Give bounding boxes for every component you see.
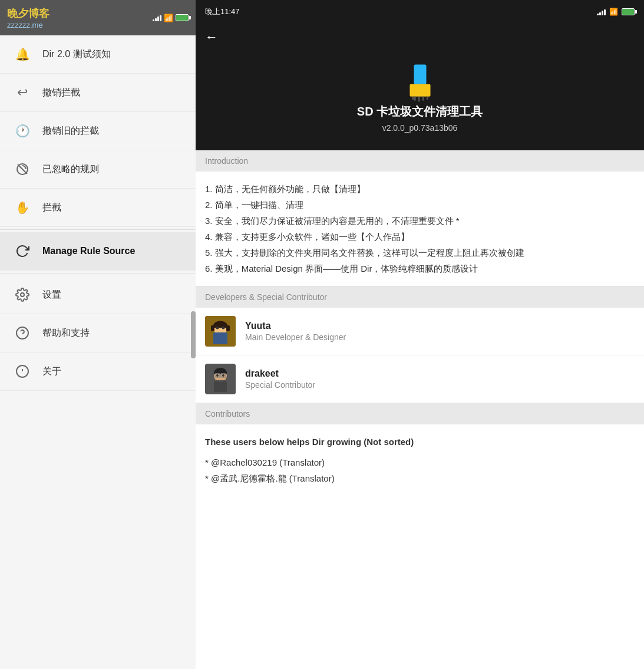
ignored-rules-icon (14, 161, 31, 177)
drag-handle[interactable] (191, 311, 196, 358)
divider-1 (0, 229, 196, 230)
app-version: v2.0.0_p0.73a13b06 (382, 123, 458, 133)
signal-bar-r2 (599, 12, 601, 15)
signal-bars-left (153, 14, 161, 21)
back-button[interactable]: ← (205, 29, 218, 45)
undo-block-icon: ↩ (14, 84, 31, 101)
content-area[interactable]: Introduction 1. 简洁，无任何额外功能，只做【清理】 2. 简单，… (196, 150, 644, 669)
contributor-mengwu: * @孟武.尼德霍格.龍 (Translator) (205, 470, 635, 486)
menu-item-block-label: 拦截 (42, 202, 61, 214)
svg-rect-24 (214, 381, 227, 392)
menu-item-undo-block-label: 撤销拦截 (42, 87, 80, 99)
menu-item-block[interactable]: ✋ 拦截 (0, 189, 196, 227)
svg-rect-9 (409, 84, 430, 97)
intro-line-1: 1. 简洁，无任何额外功能，只做【清理】 (205, 181, 635, 197)
svg-rect-17 (213, 332, 227, 344)
status-icons-right: 📶 (597, 8, 635, 16)
signal-bars-right (597, 8, 606, 15)
status-bar-left: 📶 (153, 14, 189, 22)
svg-point-26 (222, 374, 224, 377)
contributors-title: These users below helps Dir growing (Not… (205, 434, 635, 450)
signal-bar-r4 (604, 9, 606, 15)
svg-point-25 (216, 374, 219, 377)
drakeet-role: Special Contributor (245, 380, 315, 390)
notification-icon: 🔔 (14, 46, 31, 62)
menu-item-help-label: 帮助和支持 (42, 327, 90, 340)
signal-bar-r1 (597, 14, 599, 15)
drakeet-avatar-img (205, 364, 236, 394)
intro-line-3: 3. 安全，我们尽力保证被清理的内容是无用的，不清理重要文件 * (205, 213, 635, 229)
avatar-drakeet (205, 364, 236, 394)
yuuta-avatar-img (205, 316, 236, 347)
yuuta-info: Yuuta Main Developer & Designer (245, 321, 346, 342)
avatar-yuuta (205, 316, 236, 347)
intro-line-2: 2. 简单，一键扫描、清理 (205, 197, 635, 213)
menu-item-settings[interactable]: 设置 (0, 276, 196, 314)
menu-item-notification-label: Dir 2.0 测试须知 (42, 48, 111, 61)
menu-item-ignored-label: 已忽略的规则 (42, 163, 99, 176)
contributor-item-yuuta: Yuuta Main Developer & Designer (196, 308, 644, 355)
menu-item-about[interactable]: 关于 (0, 352, 196, 391)
svg-point-2 (21, 293, 24, 296)
app-name: SD 卡垃圾文件清理工具 (357, 104, 483, 120)
menu-item-undo-old[interactable]: 🕐 撤销旧的拦截 (0, 112, 196, 150)
intro-section-header: Introduction (196, 150, 644, 172)
intro-line-6: 6. 美观，Material Design 界面——使用 Dir，体验纯粹细腻的… (205, 261, 635, 276)
yuuta-role: Main Developer & Designer (245, 332, 346, 342)
manage-rule-icon (14, 243, 31, 259)
app-icon (399, 62, 441, 104)
signal-bar-r3 (602, 11, 603, 15)
menu-item-undo-old-label: 撤销旧的拦截 (42, 125, 99, 137)
svg-point-20 (216, 327, 219, 329)
blog-url: zzzzzz.me (7, 21, 49, 29)
contributors-section-header: Contributors (196, 403, 644, 424)
svg-point-21 (222, 327, 225, 329)
svg-rect-8 (414, 65, 426, 84)
signal-bar-1 (153, 19, 154, 21)
about-icon (14, 363, 31, 380)
menu-item-notification[interactable]: 🔔 Dir 2.0 测试须知 (0, 35, 196, 74)
menu-item-about-label: 关于 (42, 365, 61, 378)
battery-icon-left (176, 14, 189, 21)
status-time: 晚上11:47 (205, 6, 240, 17)
menu-item-manage-rule-label: Manage Rule Source (42, 246, 135, 256)
signal-bar-4 (160, 15, 161, 21)
right-panel: 晚上11:47 📶 ← S (196, 0, 644, 669)
signal-bar-3 (157, 17, 159, 21)
settings-icon (14, 286, 31, 303)
menu-item-help[interactable]: 帮助和支持 (0, 314, 196, 352)
menu-item-undo-block[interactable]: ↩ 撤销拦截 (0, 74, 196, 112)
left-panel: 晚夕博客 zzzzzz.me 📶 🔔 Dir 2.0 测试须知 ↩ 撤销拦截 🕐… (0, 0, 196, 669)
svg-rect-19 (226, 325, 230, 331)
app-header: ← (196, 24, 644, 51)
contributor-rachel: * @Rachel030219 (Translator) (205, 454, 635, 470)
app-icon-section: SD 卡垃圾文件清理工具 v2.0.0_p0.73a13b06 (196, 51, 644, 150)
svg-rect-18 (211, 325, 214, 331)
menu-item-ignored-rules[interactable]: 已忽略的规则 (0, 150, 196, 189)
menu-list: 🔔 Dir 2.0 测试须知 ↩ 撤销拦截 🕐 撤销旧的拦截 已忽略的规则 ✋ … (0, 35, 196, 669)
wifi-icon-left: 📶 (164, 14, 173, 22)
left-header: 晚夕博客 zzzzzz.me 📶 (0, 0, 196, 35)
undo-old-icon: 🕐 (14, 123, 31, 139)
contributors-text: These users below helps Dir growing (Not… (196, 424, 644, 496)
contributor-item-drakeet: drakeet Special Contributor (196, 355, 644, 403)
intro-section-content: 1. 简洁，无任何额外功能，只做【清理】 2. 简单，一键扫描、清理 3. 安全… (196, 172, 644, 286)
signal-bar-2 (155, 18, 157, 21)
intro-line-4: 4. 兼容，支持更多小众软件，诸如一些【个人作品】 (205, 229, 635, 245)
block-icon: ✋ (14, 199, 31, 216)
menu-item-settings-label: 设置 (42, 289, 61, 301)
drakeet-info: drakeet Special Contributor (245, 368, 315, 390)
help-icon (14, 325, 31, 341)
wifi-icon-right: 📶 (609, 8, 618, 16)
devs-section-header: Developers & Special Contributor (196, 286, 644, 308)
menu-item-manage-rule-source[interactable]: Manage Rule Source (0, 232, 196, 271)
divider-2 (0, 273, 196, 273)
drakeet-name: drakeet (245, 368, 315, 379)
battery-icon-right (622, 8, 635, 15)
yuuta-name: Yuuta (245, 321, 346, 331)
blog-logo: 晚夕博客 (7, 6, 49, 21)
right-status-bar: 晚上11:47 📶 (196, 0, 644, 24)
intro-line-5: 5. 强大，支持删除的文件夹用同名文件替换，这样可以一定程度上阻止再次被创建 (205, 245, 635, 261)
